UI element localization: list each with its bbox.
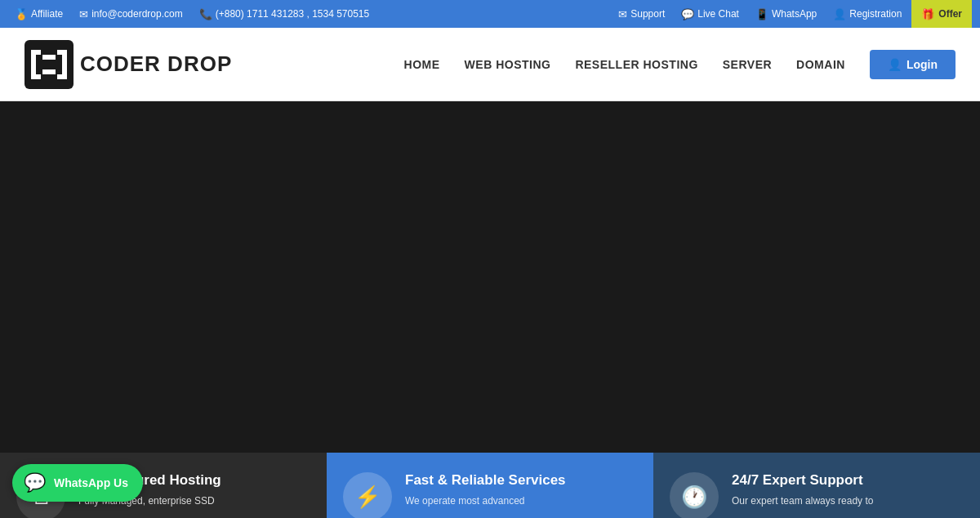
offer-icon: 🎁 [921, 8, 934, 20]
top-bar-right: ✉ Support 💬 Live Chat 📱 WhatsApp 👤 Regis… [612, 0, 972, 28]
logo-text: CODER DROP [80, 51, 232, 77]
hero-section [0, 101, 980, 453]
affiliate-link[interactable]: 🏅 Affiliate [8, 0, 69, 28]
affiliate-icon: 🏅 [15, 8, 28, 20]
feature-icon-3: 🕐 [670, 472, 719, 518]
whatsapp-bubble-label: WhatsApp Us [54, 476, 128, 489]
feature-desc-3: Our expert team always ready to [732, 493, 873, 508]
nav-domain[interactable]: DOMAIN [796, 58, 845, 71]
phone-icon: 📞 [199, 8, 212, 20]
email-label: info@coderdrop.com [91, 8, 183, 20]
livechat-icon: 💬 [681, 8, 694, 20]
whatsapp-label: WhatsApp [772, 8, 817, 20]
livechat-label: Live Chat [697, 8, 739, 20]
main-nav: CODER DROP HOME WEB HOSTING RESELLER HOS… [0, 28, 980, 101]
offer-label: Offer [938, 8, 962, 20]
nav-web-hosting[interactable]: WEB HOSTING [465, 58, 551, 71]
phone-label: (+880) 1711 431283 , 1534 570515 [216, 8, 370, 20]
feature-title-2: Fast & Reliable Services [405, 472, 566, 489]
livechat-link[interactable]: 💬 Live Chat [675, 0, 746, 28]
whatsapp-link[interactable]: 📱 WhatsApp [749, 0, 823, 28]
login-label: Login [906, 58, 938, 71]
whatsapp-bubble[interactable]: 💬 WhatsApp Us [12, 464, 143, 502]
nav-server[interactable]: SERVER [723, 58, 772, 71]
nav-reseller-hosting[interactable]: RESELLER HOSTING [575, 58, 697, 71]
registration-link[interactable]: 👤 Registration [826, 0, 908, 28]
feature-text-3: 24/7 Expert Support Our expert team alwa… [732, 472, 873, 508]
feature-title-3: 24/7 Expert Support [732, 472, 873, 489]
affiliate-label: Affiliate [31, 8, 63, 20]
svg-rect-3 [42, 55, 56, 60]
feature-card-2: ⚡ Fast & Reliable Services We operate mo… [327, 453, 653, 518]
offer-link[interactable]: 🎁 Offer [911, 0, 972, 28]
top-bar-left: 🏅 Affiliate ✉ info@coderdrop.com 📞 (+880… [8, 0, 376, 28]
support-icon: ✉ [618, 8, 627, 20]
support-label: Support [630, 8, 665, 20]
registration-label: Registration [849, 8, 902, 20]
email-link[interactable]: ✉ info@coderdrop.com [73, 0, 189, 28]
logo-icon [24, 40, 74, 89]
support-link[interactable]: ✉ Support [612, 0, 671, 28]
feature-desc-2: We operate most advanced [405, 493, 566, 508]
svg-rect-4 [42, 69, 56, 74]
login-icon: 👤 [888, 58, 902, 71]
logo[interactable]: CODER DROP [24, 40, 232, 89]
phone-link[interactable]: 📞 (+880) 1711 431283 , 1534 570515 [193, 0, 376, 28]
feature-icon-2: ⚡ [343, 472, 392, 518]
top-bar: 🏅 Affiliate ✉ info@coderdrop.com 📞 (+880… [0, 0, 980, 28]
whatsapp-icon: 📱 [755, 8, 768, 20]
nav-links: HOME WEB HOSTING RESELLER HOSTING SERVER… [404, 50, 956, 79]
nav-home[interactable]: HOME [404, 58, 440, 71]
whatsapp-bubble-icon: 💬 [24, 472, 46, 493]
registration-icon: 👤 [833, 8, 846, 20]
email-icon: ✉ [79, 8, 88, 20]
feature-card-3: 🕐 24/7 Expert Support Our expert team al… [653, 453, 980, 518]
feature-text-2: Fast & Reliable Services We operate most… [405, 472, 566, 508]
feature-cards: 🖥 Full Featured Hosting Fully Managed, e… [0, 453, 980, 518]
login-button[interactable]: 👤 Login [870, 50, 956, 79]
